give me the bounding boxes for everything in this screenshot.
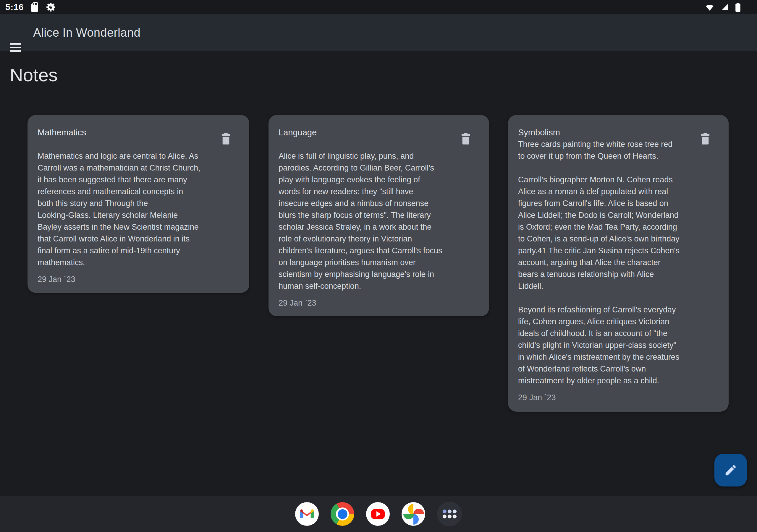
app-bar: Alice In Wonderland xyxy=(0,14,757,51)
note-date: 29 Jan `23 xyxy=(279,298,479,308)
battery-icon xyxy=(736,3,741,12)
new-note-fab[interactable] xyxy=(714,454,747,487)
wifi-icon xyxy=(705,4,714,11)
sd-card-icon xyxy=(31,2,39,12)
delete-note-button[interactable] xyxy=(461,133,471,144)
youtube-icon[interactable] xyxy=(366,502,390,526)
note-title: Language xyxy=(279,127,479,138)
note-date: 29 Jan `23 xyxy=(38,274,239,284)
trash-icon xyxy=(461,133,471,144)
page-title: Notes xyxy=(10,64,58,86)
status-time: 5:16 xyxy=(5,2,24,12)
note-body: Mathematics and logic are central to Ali… xyxy=(38,138,239,268)
google-photos-icon[interactable] xyxy=(402,502,425,526)
gmail-icon[interactable] xyxy=(295,502,319,526)
trash-icon xyxy=(700,133,710,144)
status-bar: 5:16 xyxy=(0,0,757,14)
dock xyxy=(0,496,757,532)
app-title: Alice In Wonderland xyxy=(33,14,140,51)
edit-pencil-icon xyxy=(724,463,738,477)
cellular-signal-icon xyxy=(721,4,728,11)
delete-note-button[interactable] xyxy=(700,133,710,144)
note-title: Symbolism xyxy=(518,127,718,138)
app-drawer-icon[interactable] xyxy=(437,502,462,526)
note-card-mathematics[interactable]: Mathematics Mathematics and logic are ce… xyxy=(27,115,249,293)
note-date: 29 Jan `23 xyxy=(518,393,718,402)
note-card-symbolism[interactable]: Symbolism Three cards painting the white… xyxy=(508,115,729,412)
delete-note-button[interactable] xyxy=(221,133,231,144)
trash-icon xyxy=(221,133,231,144)
chrome-icon[interactable] xyxy=(331,502,354,526)
note-title: Mathematics xyxy=(38,127,239,138)
note-body: Alice is full of linguistic play, puns, … xyxy=(279,138,479,292)
developer-gear-icon xyxy=(45,2,56,13)
menu-icon[interactable] xyxy=(10,43,23,52)
note-card-language[interactable]: Language Alice is full of linguistic pla… xyxy=(268,115,489,316)
note-body: Three cards painting the white rose tree… xyxy=(518,138,718,387)
